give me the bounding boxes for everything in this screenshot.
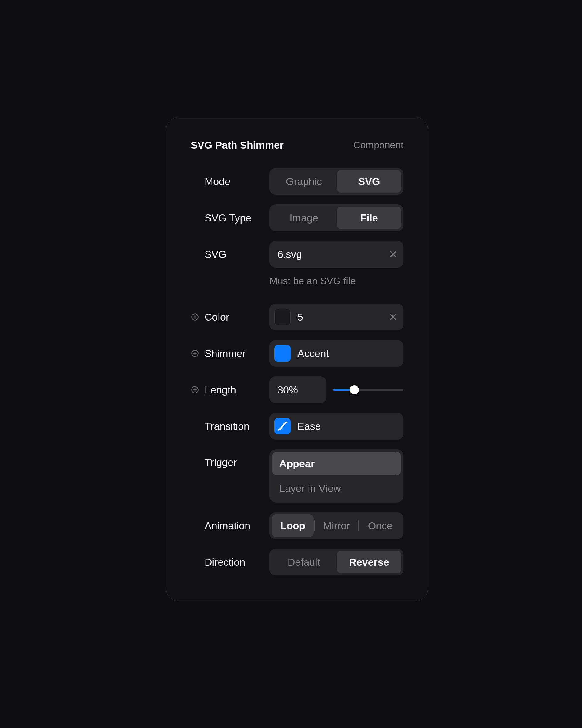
- row-svg-type: SVG Type Image File: [191, 204, 404, 231]
- shimmer-field[interactable]: Accent: [270, 340, 404, 367]
- trigger-option-layer-in-view[interactable]: Layer in View: [272, 476, 401, 500]
- animation-option-loop[interactable]: Loop: [272, 515, 314, 537]
- transition-field[interactable]: Ease: [270, 413, 404, 440]
- length-slider[interactable]: [333, 385, 404, 394]
- segment-divider: [358, 520, 359, 531]
- label-shimmer: Shimmer: [204, 347, 246, 360]
- label-color: Color: [204, 311, 229, 323]
- slider-track: [333, 389, 404, 391]
- direction-option-default[interactable]: Default: [272, 551, 336, 573]
- animation-segmented: Loop Mirror Once: [270, 512, 404, 539]
- color-field[interactable]: 5: [270, 304, 404, 330]
- mode-segmented: Graphic SVG: [270, 168, 404, 195]
- close-icon[interactable]: [388, 249, 398, 259]
- panel-header: SVG Path Shimmer Component: [191, 139, 404, 151]
- svg-type-segmented: Image File: [270, 204, 404, 231]
- label-mode: Mode: [204, 176, 230, 187]
- label-animation: Animation: [204, 520, 250, 532]
- label-direction: Direction: [204, 556, 245, 568]
- ease-curve-icon: [274, 418, 291, 434]
- row-svg-helper: Must be an SVG file: [191, 276, 404, 287]
- svg-type-option-image[interactable]: Image: [272, 207, 336, 229]
- animation-option-mirror[interactable]: Mirror: [315, 515, 357, 537]
- mode-option-graphic[interactable]: Graphic: [272, 170, 336, 192]
- segment-divider: [314, 520, 315, 531]
- panel-type-label: Component: [354, 139, 404, 151]
- row-trigger: Trigger Appear Layer in View: [191, 449, 404, 503]
- row-animation: Animation Loop Mirror Once: [191, 512, 404, 539]
- plus-circle-icon[interactable]: [191, 349, 199, 358]
- label-svg-type: SVG Type: [204, 212, 251, 224]
- plus-circle-icon[interactable]: [191, 313, 199, 321]
- animation-option-once[interactable]: Once: [359, 515, 401, 537]
- transition-value: Ease: [297, 420, 398, 432]
- properties-panel: SVG Path Shimmer Component Mode Graphic …: [166, 117, 428, 601]
- plus-circle-icon[interactable]: [191, 386, 199, 394]
- label-length: Length: [204, 384, 236, 396]
- color-swatch[interactable]: [274, 309, 291, 325]
- row-color: Color 5: [191, 304, 404, 330]
- trigger-option-appear[interactable]: Appear: [272, 452, 401, 475]
- slider-thumb[interactable]: [350, 385, 359, 394]
- close-icon[interactable]: [388, 312, 398, 322]
- row-shimmer: Shimmer Accent: [191, 340, 404, 367]
- panel-title: SVG Path Shimmer: [191, 139, 284, 151]
- trigger-list: Appear Layer in View: [270, 449, 404, 503]
- svg-file-field[interactable]: 6.svg: [270, 241, 404, 267]
- label-trigger: Trigger: [204, 457, 237, 468]
- row-transition: Transition Ease: [191, 413, 404, 440]
- label-svg: SVG: [204, 249, 226, 260]
- row-svg-file: SVG 6.svg: [191, 241, 404, 267]
- length-value: 30%: [277, 384, 298, 396]
- row-mode: Mode Graphic SVG: [191, 168, 404, 195]
- mode-option-svg[interactable]: SVG: [337, 170, 401, 192]
- svg-file-value: 6.svg: [277, 249, 382, 260]
- color-value: 5: [297, 311, 382, 323]
- length-field[interactable]: 30%: [270, 376, 327, 403]
- shimmer-value: Accent: [297, 347, 398, 360]
- shimmer-swatch[interactable]: [274, 345, 291, 362]
- svg-helper-text: Must be an SVG file: [270, 276, 356, 287]
- label-transition: Transition: [204, 420, 249, 432]
- direction-segmented: Default Reverse: [270, 549, 404, 575]
- row-length: Length 30%: [191, 376, 404, 403]
- row-direction: Direction Default Reverse: [191, 549, 404, 575]
- svg-type-option-file[interactable]: File: [337, 207, 401, 229]
- direction-option-reverse[interactable]: Reverse: [337, 551, 401, 573]
